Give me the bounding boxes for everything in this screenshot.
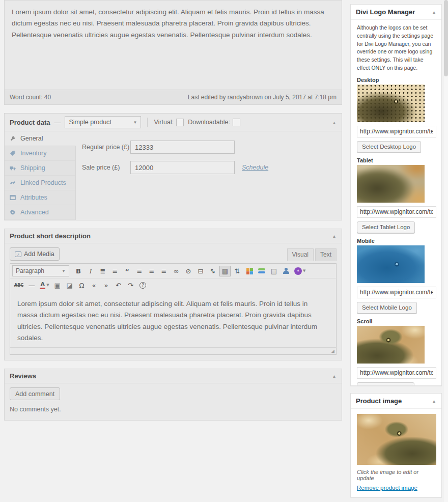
help-icon[interactable]: ? <box>137 280 149 291</box>
product-data-title: Product data <box>10 119 50 126</box>
select-mobile-logo-button[interactable]: Select Mobile Logo <box>357 302 417 314</box>
toolbar-row-2: ABC—A▼▣◪Ω«»↶↷? <box>10 278 336 292</box>
insert-link-icon[interactable]: ∞ <box>171 266 182 276</box>
select-desktop-logo-button[interactable]: Select Desktop Logo <box>357 141 421 153</box>
person-icon[interactable] <box>281 266 292 276</box>
italic-glyph: I <box>90 268 92 274</box>
reviews-header: Reviews ▴ <box>5 369 342 383</box>
clear-formatting-icon[interactable]: ◪ <box>64 280 75 291</box>
reviews-body: Add comment No comments yet. <box>5 383 342 420</box>
product-data-tab-linked-products[interactable]: Linked Products <box>5 176 75 190</box>
product-data-tabs: GeneralInventoryShippingLinked ProductsA… <box>5 131 76 220</box>
downloadable-label-text: Downloadable: <box>188 119 230 126</box>
add-media-button[interactable]: ♪ Add Media <box>10 247 60 261</box>
media-bar: ♪ Add Media Visual Text <box>10 247 337 261</box>
align-center-icon[interactable]: ≡ <box>146 266 157 276</box>
table-icon <box>10 194 17 201</box>
scroll-logo-url-input[interactable] <box>357 367 436 379</box>
stacked-bars-icon[interactable] <box>256 266 267 276</box>
indent-icon[interactable]: » <box>101 280 112 291</box>
abc-glyph: ABC <box>14 284 23 288</box>
paste-as-text-icon[interactable]: ▣ <box>52 280 63 291</box>
sort-arrows-glyph: ⇅ <box>235 268 240 274</box>
product-data-panel: Product data — Simple product ▼ Virtual:… <box>4 113 342 220</box>
toolbar-toggle-glyph: ▦ <box>222 268 228 274</box>
add-comment-button[interactable]: Add comment <box>10 387 60 400</box>
schedule-link[interactable]: Schedule <box>242 164 268 171</box>
collapse-toggle-icon[interactable]: ▴ <box>332 233 337 239</box>
align-left-icon[interactable]: ≡ <box>134 266 145 276</box>
resize-grip-icon[interactable]: ◢ <box>331 349 334 353</box>
mobile-logo-url-input[interactable] <box>357 287 436 298</box>
product-data-tab-advanced[interactable]: Advanced <box>5 205 75 220</box>
tablet-logo-url-input[interactable] <box>357 206 436 218</box>
collapse-toggle-icon[interactable]: ▴ <box>432 9 436 15</box>
outdent-icon[interactable]: « <box>89 280 100 291</box>
align-right-icon[interactable]: ≡ <box>158 266 170 276</box>
horizontal-rule-glyph: — <box>29 282 35 289</box>
tablet-logo-section: TabletSelect Tablet Logo <box>357 157 435 233</box>
product-data-tab-attributes[interactable]: Attributes <box>5 190 75 205</box>
content-editor-text[interactable]: Lorem ipsum dolor sit amet, consectetur … <box>12 7 334 41</box>
insert-link-glyph: ∞ <box>174 268 179 274</box>
post-status-bar: Word count: 40 Last edited by randyabrow… <box>5 90 342 104</box>
clear-formatting-glyph: ◪ <box>66 282 72 289</box>
collapse-toggle-icon[interactable]: ▴ <box>332 120 337 125</box>
iguana-photo <box>357 414 436 465</box>
sale-price-input[interactable] <box>130 161 235 174</box>
page-scrollbar[interactable] <box>443 0 448 502</box>
list-box-icon[interactable]: ▤ <box>268 266 279 276</box>
tablet-logo-preview <box>357 165 425 203</box>
iguana-photo <box>357 165 425 203</box>
product-data-tab-inventory[interactable]: Inventory <box>5 146 75 161</box>
tablet-logo-label: Tablet <box>357 157 435 163</box>
italic-icon[interactable]: I <box>85 266 96 276</box>
horizontal-rule-icon[interactable]: — <box>26 280 37 291</box>
plugin-gear-icon[interactable]: *▼ <box>293 266 307 276</box>
tab-text[interactable]: Text <box>315 248 337 261</box>
remove-product-image-link[interactable]: Remove product image <box>357 485 417 491</box>
bulleted-list-icon[interactable]: ≣ <box>97 266 108 276</box>
virtual-checkbox[interactable] <box>176 119 184 126</box>
last-edited: Last edited by randyabrown on July 5, 20… <box>188 94 337 101</box>
toolbar-toggle-icon[interactable]: ▦ <box>219 266 231 276</box>
downloadable-checkbox[interactable] <box>233 119 240 126</box>
select-scroll-logo-button[interactable]: Select Scroll Logo <box>357 382 414 386</box>
regular-price-input[interactable] <box>130 141 235 154</box>
numbered-list-icon[interactable]: ≡ <box>109 266 121 276</box>
desktop-logo-url-input[interactable] <box>357 126 436 137</box>
special-character-icon[interactable]: Ω <box>76 280 88 291</box>
remove-link-icon[interactable]: ⊘ <box>183 266 194 276</box>
numbered-list-glyph: ≡ <box>113 268 118 274</box>
sort-arrows-icon[interactable]: ⇅ <box>232 266 243 276</box>
select-tablet-logo-button[interactable]: Select Tablet Logo <box>357 221 415 233</box>
blockquote-icon[interactable]: “ <box>122 266 133 276</box>
undo-icon[interactable]: ↶ <box>113 280 124 291</box>
paragraph-select[interactable]: Paragraph ▼ <box>12 265 69 276</box>
text-color-icon[interactable]: A▼ <box>38 280 50 291</box>
tab-visual[interactable]: Visual <box>287 248 314 261</box>
page-scrollbar-thumb[interactable] <box>444 0 448 76</box>
product-type-select[interactable]: Simple product ▼ <box>65 116 141 128</box>
short-description-text-area[interactable]: Lorem ipsum dolor sit amet, consectetur … <box>10 292 336 347</box>
fullscreen-icon[interactable]: ↔ <box>205 263 220 278</box>
redo-icon[interactable]: ↷ <box>125 280 136 291</box>
content-editor-area[interactable]: Lorem ipsum dolor sit amet, consectetur … <box>5 1 342 90</box>
product-data-tab-general[interactable]: General <box>5 131 76 146</box>
layout-grid-icon[interactable] <box>244 266 255 276</box>
product-data-tab-shipping[interactable]: Shipping <box>5 161 75 176</box>
strikethrough-icon[interactable]: ABC <box>13 280 25 291</box>
product-image-thumbnail[interactable] <box>357 414 436 465</box>
bulleted-list-glyph: ≣ <box>100 268 106 274</box>
chevron-down-icon: ▼ <box>62 269 66 273</box>
logo-sections: DesktopSelect Desktop LogoTabletSelect T… <box>351 77 441 386</box>
tab-label: Linked Products <box>20 179 66 186</box>
outdent-glyph: « <box>92 282 96 289</box>
short-description-text[interactable]: Lorem ipsum dolor sit amet, consectetur … <box>17 298 329 344</box>
special-character-glyph: Ω <box>79 282 85 289</box>
collapse-toggle-icon[interactable]: ▴ <box>332 373 337 379</box>
tab-label: Advanced <box>20 209 49 216</box>
bold-icon[interactable]: B <box>73 266 84 276</box>
page: Lorem ipsum dolor sit amet, consectetur … <box>0 0 448 502</box>
collapse-toggle-icon[interactable]: ▴ <box>432 398 436 404</box>
